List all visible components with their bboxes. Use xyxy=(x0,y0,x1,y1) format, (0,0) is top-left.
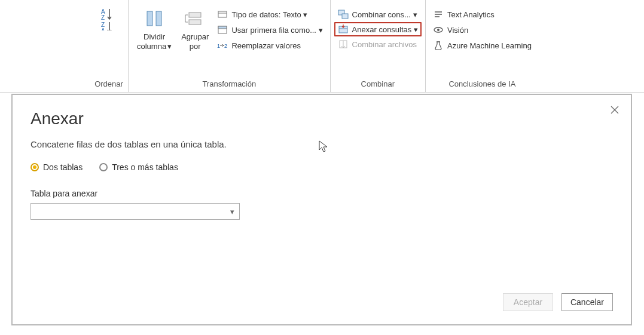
svg-rect-6 xyxy=(189,13,201,17)
ribbon: A Z Z A Ordenar xyxy=(0,0,644,93)
svg-text:2: 2 xyxy=(224,43,227,49)
dialog-title: Anexar xyxy=(30,109,613,128)
datatype-icon xyxy=(217,9,228,20)
svg-text:1: 1 xyxy=(217,43,220,49)
chevron-down-icon: ▾ xyxy=(303,10,307,19)
dialog-subtitle: Concatene filas de dos tablas en una úni… xyxy=(30,139,613,149)
table-select-combo[interactable]: ▾ xyxy=(30,203,240,220)
split-column-label: Dividir columna▾ xyxy=(137,32,172,51)
chevron-down-icon: ▾ xyxy=(167,42,172,51)
flask-icon xyxy=(433,40,444,51)
ribbon-group-sort: A Z Z A Ordenar xyxy=(90,0,129,92)
replace-values-button[interactable]: 1 2 Reemplazar valores xyxy=(215,38,325,53)
svg-text:Z: Z xyxy=(101,14,105,21)
svg-rect-5 xyxy=(156,11,161,26)
chevron-down-icon: ▾ xyxy=(230,207,234,216)
cancel-button[interactable]: Cancelar xyxy=(561,293,613,311)
radio-icon xyxy=(99,163,108,171)
ribbon-group-ai: Text Analytics Visión xyxy=(426,0,539,92)
radio-two-tables[interactable]: Dos tablas xyxy=(30,162,83,172)
svg-rect-4 xyxy=(147,11,152,26)
close-button[interactable] xyxy=(607,102,622,118)
group-label-ai: Conclusiones de IA xyxy=(431,77,534,92)
append-icon xyxy=(338,24,349,35)
ribbon-group-transform: Dividir columna▾ Agrupar por xyxy=(129,0,331,92)
svg-rect-8 xyxy=(218,11,227,17)
azure-ml-button[interactable]: Azure Machine Learning xyxy=(431,38,534,53)
radio-two-label: Dos tablas xyxy=(43,162,83,172)
svg-point-23 xyxy=(437,29,439,31)
radio-three-label: Tres o más tablas xyxy=(112,162,178,172)
text-lines-icon xyxy=(433,9,444,20)
group-label-transform: Transformación xyxy=(133,77,325,92)
table-header-icon xyxy=(217,24,228,35)
sort-icon: A Z Z A xyxy=(98,6,120,31)
chevron-down-icon: ▾ xyxy=(414,25,418,34)
svg-rect-7 xyxy=(189,20,201,24)
group-label-combine: Combinar xyxy=(335,77,420,92)
split-column-button[interactable]: Dividir columna▾ xyxy=(133,4,175,52)
svg-rect-11 xyxy=(218,26,227,29)
group-by-icon xyxy=(184,6,206,31)
ribbon-group-combine: Combinar cons... ▾ Anexar consultas ▾ xyxy=(331,0,426,92)
chevron-down-icon: ▾ xyxy=(413,10,417,19)
group-by-label: Agrupar por xyxy=(181,32,209,51)
table-select-label: Tabla para anexar xyxy=(30,189,613,198)
eye-icon xyxy=(433,24,444,35)
svg-text:A: A xyxy=(101,27,105,30)
append-dialog: Anexar Concatene filas de dos tablas en … xyxy=(11,94,632,325)
append-queries-button[interactable]: Anexar consultas ▾ xyxy=(334,22,422,36)
svg-rect-15 xyxy=(342,14,348,19)
replace-icon: 1 2 xyxy=(217,40,228,51)
merge-icon xyxy=(338,9,349,20)
vision-button[interactable]: Visión xyxy=(431,23,534,37)
radio-icon xyxy=(30,163,39,171)
radio-three-tables[interactable]: Tres o más tablas xyxy=(99,162,178,172)
chevron-down-icon: ▾ xyxy=(319,26,323,35)
close-icon xyxy=(609,105,620,115)
combine-files-button: Combinar archivos xyxy=(335,37,420,51)
text-analytics-button[interactable]: Text Analytics xyxy=(431,7,534,21)
group-label-sort: Ordenar xyxy=(94,77,123,92)
merge-queries-button[interactable]: Combinar cons... ▾ xyxy=(335,7,420,21)
radio-group: Dos tablas Tres o más tablas xyxy=(30,162,613,172)
combine-files-icon xyxy=(338,39,349,50)
sort-buttons[interactable]: A Z Z A xyxy=(94,4,123,33)
split-column-icon xyxy=(144,6,165,31)
accept-button: Aceptar xyxy=(503,293,553,311)
datatype-button[interactable]: Tipo de datos: Texto ▾ xyxy=(215,7,325,21)
firstrow-button[interactable]: Usar primera fila como... ▾ xyxy=(215,23,325,37)
group-by-button[interactable]: Agrupar por xyxy=(178,4,212,52)
